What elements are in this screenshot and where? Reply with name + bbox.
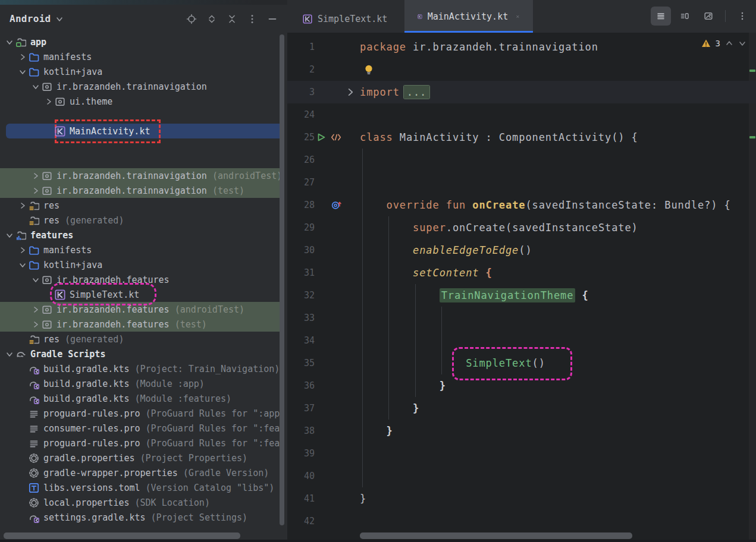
tree-row-settings-gradle-kts[interactable]: settings.gradle.kts(Project Settings) (0, 510, 280, 525)
code-line-2[interactable]: 2 (287, 58, 756, 81)
tree-row-gradle-scripts[interactable]: Gradle Scripts (0, 346, 280, 361)
overrides-method-icon[interactable] (331, 200, 342, 210)
split-view-button[interactable] (675, 7, 695, 26)
editor-more-button[interactable] (732, 7, 752, 26)
hide-panel-icon[interactable] (267, 14, 278, 24)
line-number[interactable]: 38 (287, 420, 315, 442)
code-line-31[interactable]: 31 setContent { (287, 261, 756, 284)
chevron-right-icon[interactable] (43, 97, 55, 106)
tree-row-manifests[interactable]: manifests (0, 242, 280, 257)
line-number[interactable]: 42 (287, 510, 315, 532)
close-tab-icon[interactable] (516, 12, 520, 21)
code-line-39[interactable]: 39 (287, 442, 756, 465)
tree-row-res[interactable]: res(generated) (0, 213, 280, 228)
line-number[interactable]: 30 (287, 239, 315, 261)
tree-row-kotlin-java[interactable]: kotlin+java (0, 64, 280, 79)
tree-row-proguard-rules-pro[interactable]: proguard-rules.pro(ProGuard Rules for ":… (0, 406, 280, 421)
tree-row-app[interactable]: app (0, 34, 280, 49)
line-number[interactable]: 25 (287, 126, 315, 149)
line-number[interactable]: 35 (287, 352, 315, 374)
line-number[interactable]: 33 (287, 307, 315, 329)
tree-row-proguard-rules-pro[interactable]: proguard-rules.pro(ProGuard Rules for ":… (0, 436, 280, 450)
project-view-selector[interactable]: Android (6, 11, 67, 27)
code-line-33[interactable]: 33 (287, 307, 756, 329)
chevron-right-icon[interactable] (30, 186, 42, 196)
chevron-down-icon[interactable] (4, 37, 15, 47)
tree-row-ir-brazandeh-features[interactable]: ir.brazandeh.features(androidTest) (0, 302, 280, 317)
tree-row-local-properties[interactable]: local.properties(SDK Location) (0, 495, 280, 510)
design-view-button[interactable] (698, 7, 719, 26)
line-number[interactable]: 43 (287, 532, 315, 540)
tree-row-mainactivity-kt[interactable]: MainActivity.kt (0, 124, 280, 138)
line-number[interactable]: 36 (287, 374, 315, 397)
code-line-43[interactable]: 43 (287, 532, 756, 540)
project-tree-vertical-scrollbar[interactable] (280, 34, 284, 525)
code-line-3[interactable]: 3import... (287, 81, 756, 103)
tree-row-ir-brazandeh-trainnavigation[interactable]: ir.brazandeh.trainnavigation(androidTest… (0, 168, 280, 183)
tree-row-ir-brazandeh-features[interactable]: ir.brazandeh.features (0, 272, 280, 287)
code-line-37[interactable]: 37 } (287, 397, 756, 420)
code-line-29[interactable]: 29 super.onCreate(savedInstanceState) (287, 216, 756, 239)
line-number[interactable]: 24 (287, 103, 315, 126)
chevron-right-icon[interactable] (30, 305, 42, 314)
line-number[interactable]: 32 (287, 284, 315, 307)
code-line-28[interactable]: 28 override fun onCreate(savedInstanceSt… (287, 194, 756, 216)
line-number[interactable]: 41 (287, 487, 315, 510)
tree-row-manifests[interactable]: manifests (0, 49, 280, 64)
code-line-38[interactable]: 38 } (287, 420, 756, 442)
chevron-down-icon[interactable] (30, 82, 42, 92)
more-icon[interactable] (247, 14, 258, 24)
line-number[interactable]: 34 (287, 329, 315, 352)
code-line-27[interactable]: 27 (287, 171, 756, 194)
line-number[interactable]: 28 (287, 194, 315, 216)
chevron-right-icon[interactable] (30, 171, 42, 181)
code-line-24[interactable]: 24 (287, 103, 756, 126)
tree-row-build-gradle-kts[interactable]: build.gradle.kts(Project: Train_Navigati… (0, 361, 280, 376)
code-line-1[interactable]: 1package ir.brazandeh.trainnavigation (287, 36, 756, 58)
chevron-down-icon[interactable] (4, 349, 15, 359)
chevron-down-icon[interactable] (30, 275, 42, 285)
chevron-right-icon[interactable] (30, 320, 42, 329)
chevron-down-icon[interactable] (17, 260, 29, 270)
chevron-down-icon[interactable] (17, 67, 29, 77)
code-line-41[interactable]: 41} (287, 487, 756, 510)
intention-bulb-icon[interactable] (363, 64, 374, 75)
run-icon[interactable] (316, 132, 327, 143)
tree-row-res[interactable]: res (0, 198, 280, 213)
line-number[interactable]: 37 (287, 397, 315, 420)
code-editor[interactable]: 3 1package ir.brazandeh.trainnavigation2… (287, 33, 756, 540)
tree-row-ir-brazandeh-trainnavigation[interactable]: ir.brazandeh.trainnavigation (0, 79, 280, 94)
code-line-25[interactable]: 25class MainActivity : ComponentActivity… (287, 126, 756, 149)
tree-row-ir-brazandeh-features[interactable]: ir.brazandeh.features(test) (0, 317, 280, 332)
tree-row-res[interactable]: res(generated) (0, 332, 280, 346)
tab-simpletext[interactable]: SimpleText.kt (290, 5, 404, 33)
tree-row-kotlin-java[interactable]: kotlin+java (0, 257, 280, 272)
tree-row-gradle-wrapper-properties[interactable]: gradle-wrapper.properties(Gradle Version… (0, 465, 280, 480)
chevron-right-icon[interactable] (17, 52, 29, 62)
tree-row-ir-brazandeh-trainnavigation[interactable]: ir.brazandeh.trainnavigation(test) (0, 183, 280, 198)
code-line-40[interactable]: 40 (287, 465, 756, 487)
tree-row-build-gradle-kts[interactable]: build.gradle.kts(Module :app) (0, 376, 280, 391)
tree-row-gradle-properties[interactable]: gradle.properties(Project Properties) (0, 450, 280, 465)
code-line-42[interactable]: 42 (287, 510, 756, 532)
code-line-30[interactable]: 30 enableEdgeToEdge() (287, 239, 756, 261)
line-number[interactable]: 39 (287, 442, 315, 465)
line-number[interactable]: 1 (287, 36, 315, 58)
tab-mainactivity[interactable]: MainActivity.kt (404, 0, 533, 33)
line-number[interactable]: 40 (287, 465, 315, 487)
chevron-down-icon[interactable] (4, 231, 15, 240)
tree-row-build-gradle-kts[interactable]: build.gradle.kts(Module :features) (0, 391, 280, 406)
code-view-button[interactable] (651, 7, 671, 26)
line-number[interactable]: 29 (287, 216, 315, 239)
line-number[interactable]: 31 (287, 261, 315, 284)
tree-row-features[interactable]: features (0, 228, 280, 242)
code-line-26[interactable]: 26 (287, 149, 756, 171)
expand-all-icon[interactable] (206, 14, 217, 24)
line-number[interactable]: 26 (287, 149, 315, 171)
line-number[interactable]: 3 (287, 81, 315, 103)
tree-row-ui-theme[interactable]: ui.theme (0, 94, 280, 109)
fold-chevron-icon[interactable] (346, 87, 356, 97)
tree-row-libs-versions-toml[interactable]: libs.versions.toml(Version Catalog "libs… (0, 480, 280, 495)
project-tree-horizontal-scrollbar[interactable] (4, 532, 240, 539)
chevron-right-icon[interactable] (17, 245, 29, 255)
